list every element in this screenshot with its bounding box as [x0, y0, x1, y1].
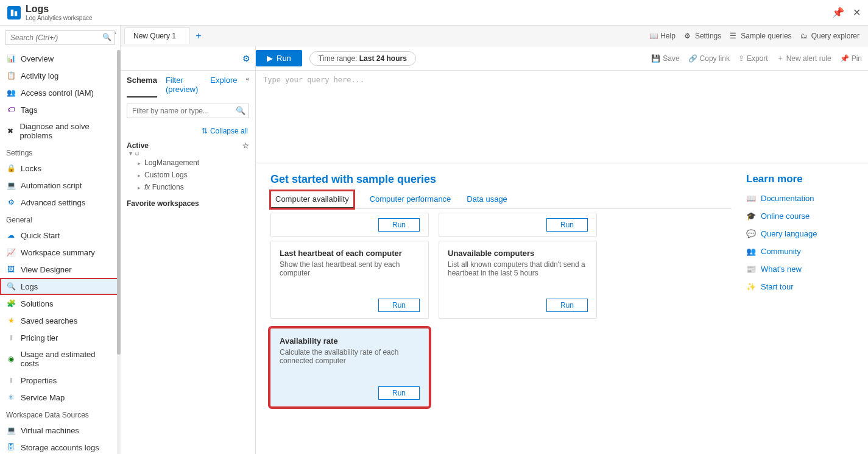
pin-icon[interactable]: 📌: [832, 7, 844, 18]
schema-node[interactable]: Custom Logs: [127, 169, 249, 181]
schema-node[interactable]: LogManagement: [127, 157, 249, 169]
play-icon: ▶: [267, 54, 273, 63]
new-tab-button[interactable]: +: [191, 29, 206, 43]
query-tab[interactable]: New Query 1: [124, 27, 190, 44]
learn-link-icon: 📖: [746, 194, 756, 203]
sidebar-item-quick-start[interactable]: ☁Quick Start: [0, 227, 120, 244]
sidebar-item-service-map[interactable]: ⚛Service Map: [0, 389, 120, 406]
sidebar-search-input[interactable]: [5, 30, 115, 45]
sample-queries-section: Get started with sample queries Computer…: [256, 163, 746, 454]
sidebar-item-view-designer[interactable]: 🖼View Designer: [0, 261, 120, 278]
learn-link-start-tour[interactable]: ✨Start tour: [746, 282, 857, 291]
sidebar-item-pricing-tier[interactable]: ⦀Pricing tier: [0, 329, 120, 346]
sidebar-item-advanced-settings[interactable]: ⚙Advanced settings: [0, 194, 120, 211]
nav-label: View Designer: [21, 265, 72, 274]
sample-tab-performance[interactable]: Computer performance: [370, 191, 451, 208]
sidebar-item-automation-script[interactable]: 💻Automation script: [0, 177, 120, 194]
sidebar-item-logs[interactable]: 🔍Logs: [0, 278, 120, 295]
sample-run-button[interactable]: Run: [378, 299, 420, 312]
nav-icon: ◉: [6, 354, 16, 364]
query-toolbar: ▶Run Time range: Last 24 hours 💾Save 🔗Co…: [256, 46, 868, 71]
learn-link-what-s-new[interactable]: 📰What's new: [746, 264, 857, 274]
schema-tree: Active☆ ▾ ☺ LogManagement Custom Logs fx…: [121, 138, 255, 211]
card-title: Last heartbeat of each computer: [280, 249, 420, 258]
schema-tab-schema[interactable]: Schema: [127, 76, 157, 98]
sample-run-button[interactable]: Run: [378, 386, 420, 400]
sample-tab-datausage[interactable]: Data usage: [467, 191, 507, 208]
filter-toggle-icon[interactable]: ⚙: [242, 54, 250, 63]
sample-card: Unavailable computersList all known comp…: [439, 241, 597, 319]
nav-icon: ⚛: [6, 392, 16, 402]
sample-run-button[interactable]: Run: [378, 218, 420, 232]
nav-icon: 🔒: [6, 163, 16, 173]
learn-link-label: What's new: [761, 264, 802, 274]
run-button[interactable]: ▶Run: [256, 50, 302, 66]
sidebar-item-overview[interactable]: 📊Overview: [0, 50, 120, 67]
sidebar-item-saved-searches[interactable]: ★Saved searches: [0, 312, 120, 329]
nav-icon: 🏷: [6, 105, 16, 115]
sample-card: Run: [270, 213, 429, 237]
save-icon: 💾: [651, 54, 660, 63]
nav-icon: ⦀: [6, 333, 16, 342]
help-button[interactable]: 📖Help: [649, 32, 676, 40]
sidebar-item-locks[interactable]: 🔒Locks: [0, 160, 120, 177]
list-icon: ☰: [730, 32, 738, 40]
learn-link-icon: 💬: [746, 229, 756, 238]
nav-label: Storage accounts logs: [21, 443, 99, 452]
learn-link-icon: 🎓: [746, 211, 756, 221]
nav-label: Quick Start: [21, 231, 60, 240]
schema-filter-input[interactable]: [127, 104, 249, 118]
star-icon[interactable]: ☆: [242, 141, 249, 150]
copy-link-button[interactable]: 🔗Copy link: [688, 53, 730, 63]
nav-icon: 📈: [6, 247, 16, 257]
sidebar-item-diagnose-and-solve-problems[interactable]: ✖Diagnose and solve problems: [0, 118, 120, 144]
collapse-all-button[interactable]: ⇅Collapse all: [121, 124, 255, 138]
sort-icon: ⇅: [202, 127, 208, 135]
nav-label: Logs: [21, 282, 38, 291]
sample-run-button[interactable]: Run: [546, 218, 588, 232]
favorite-workspaces-label[interactable]: Favorite workspaces: [127, 199, 249, 208]
sidebar-scrollbar[interactable]: [117, 50, 121, 454]
collapse-schema-icon[interactable]: «: [245, 76, 249, 98]
nav-label: Overview: [21, 54, 54, 63]
nav-icon: ⦀: [6, 375, 16, 385]
nav-label: Tags: [21, 105, 37, 115]
learn-link-icon: ✨: [746, 282, 756, 291]
nav-icon: ✖: [6, 126, 15, 136]
sidebar-section-label: General: [0, 211, 120, 227]
sidebar-item-virtual-machines[interactable]: 💻Virtual machines: [0, 422, 120, 439]
sidebar-item-workspace-summary[interactable]: 📈Workspace summary: [0, 244, 120, 261]
search-icon: 🔍: [236, 106, 245, 115]
new-alert-button[interactable]: ＋New alert rule: [777, 53, 831, 63]
save-button[interactable]: 💾Save: [651, 53, 679, 63]
card-desc: Show the last heartbeat sent by each com…: [280, 260, 420, 288]
schema-tab-filter[interactable]: Filter (preview): [166, 76, 202, 98]
title-block: Logs Log Analytics workspace: [26, 4, 93, 21]
learn-link-community[interactable]: 👥Community: [746, 247, 857, 256]
schema-node[interactable]: fx Functions: [127, 181, 249, 193]
query-editor[interactable]: Type your query here...: [256, 71, 868, 163]
sidebar-item-usage-and-estimated-costs[interactable]: ◉Usage and estimated costs: [0, 346, 120, 372]
sample-queries-button[interactable]: ☰Sample queries: [730, 32, 791, 40]
sidebar-item-activity-log[interactable]: 📋Activity log: [0, 67, 120, 84]
sample-tab-availability[interactable]: Computer availability: [270, 191, 354, 208]
learn-link-online-course[interactable]: 🎓Online course: [746, 211, 857, 221]
time-range-picker[interactable]: Time range: Last 24 hours: [309, 51, 416, 66]
sidebar-item-solutions[interactable]: 🧩Solutions: [0, 295, 120, 312]
settings-button[interactable]: ⚙Settings: [684, 32, 721, 40]
learn-link-query-language[interactable]: 💬Query language: [746, 229, 857, 238]
sample-run-button[interactable]: Run: [546, 299, 588, 312]
schema-tab-explore[interactable]: Explore: [210, 76, 237, 98]
expand-results-icon[interactable]: ︽: [856, 163, 863, 164]
pin-button[interactable]: 📌Pin: [840, 53, 862, 63]
query-explorer-button[interactable]: 🗂Query explorer: [800, 32, 859, 40]
sample-card: Availability rateCalculate the availabil…: [270, 328, 429, 406]
sidebar-item-storage-accounts-logs[interactable]: 🗄Storage accounts logs: [0, 439, 120, 454]
sidebar-item-access-control-iam-[interactable]: 👥Access control (IAM): [0, 84, 120, 101]
close-icon[interactable]: ✕: [853, 7, 861, 18]
nav-icon: 💻: [6, 180, 16, 190]
export-button[interactable]: ⇪Export: [738, 53, 768, 63]
sidebar-item-tags[interactable]: 🏷Tags: [0, 101, 120, 118]
sidebar-item-properties[interactable]: ⦀Properties: [0, 372, 120, 389]
learn-link-documentation[interactable]: 📖Documentation: [746, 194, 857, 203]
